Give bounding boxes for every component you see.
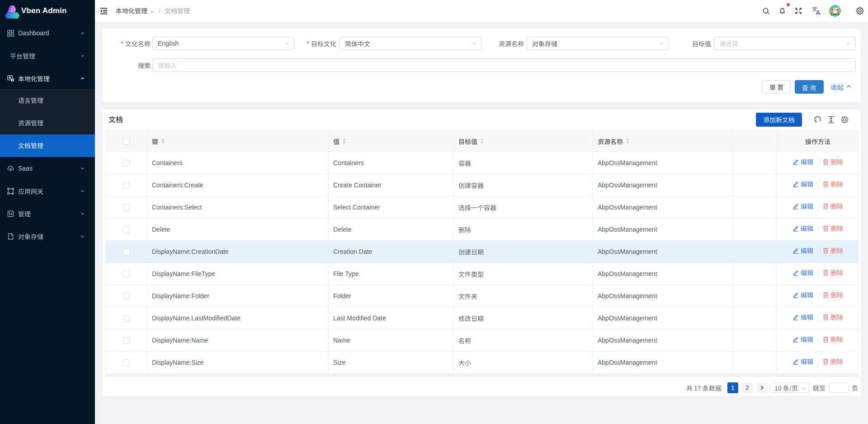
svg-text:A: A [816, 9, 821, 16]
